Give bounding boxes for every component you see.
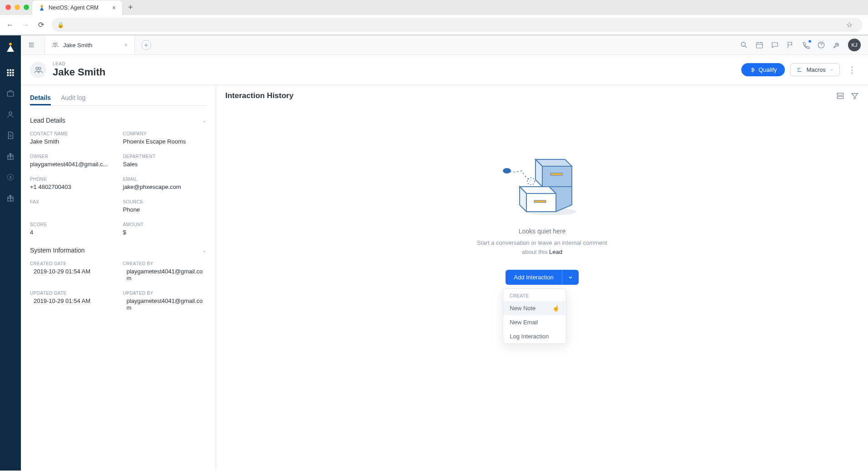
field-fax: FAX xyxy=(30,199,114,213)
add-interaction-button[interactable]: Add Interaction xyxy=(506,270,561,285)
bookmark-star-icon[interactable]: ☆ xyxy=(846,20,853,29)
svg-point-20 xyxy=(53,43,55,45)
nav-apps-icon[interactable] xyxy=(6,68,15,77)
dropdown-item-new-note[interactable]: New Note ☝ xyxy=(503,301,566,315)
svg-text:$: $ xyxy=(10,175,12,179)
svg-rect-33 xyxy=(551,173,562,175)
svg-rect-8 xyxy=(7,74,9,76)
svg-rect-2 xyxy=(7,69,9,71)
lock-icon: 🔒 xyxy=(57,22,64,28)
nav-billing-icon[interactable]: $ xyxy=(6,173,15,182)
wrench-icon[interactable] xyxy=(833,41,841,49)
dropdown-section-header: CREATE xyxy=(503,289,566,301)
field-company: COMPANY Phoenix Escape Rooms xyxy=(123,131,207,145)
calendar-icon[interactable] xyxy=(755,41,764,49)
window-minimize-button[interactable] xyxy=(15,5,20,10)
field-updated-date: UPDATED DATE 2019-10-29 01:54 AM xyxy=(30,291,114,311)
more-actions-button[interactable]: ⋮ xyxy=(845,65,859,75)
browser-tab-close-icon[interactable]: × xyxy=(112,4,116,11)
add-record-tab-button[interactable]: + xyxy=(135,40,158,50)
browser-refresh-button[interactable]: ⟳ xyxy=(36,20,45,29)
section-system-info-title: System Information xyxy=(30,247,85,254)
record-tab[interactable]: Jake Smith × xyxy=(45,35,135,55)
empty-state-illustration xyxy=(497,155,588,218)
plus-circle-icon: + xyxy=(141,40,151,50)
svg-rect-11 xyxy=(7,92,14,96)
app-logo[interactable] xyxy=(0,38,21,56)
browser-tab-title: NextOS: Agent CRM xyxy=(49,5,109,11)
add-interaction-dropdown: CREATE New Note ☝ New Email Log Interact… xyxy=(503,288,566,344)
dropdown-item-log-interaction[interactable]: Log Interaction xyxy=(503,329,566,343)
qualify-button-label: Qualify xyxy=(759,66,777,73)
svg-rect-5 xyxy=(7,72,9,74)
sidebar-collapse-button[interactable] xyxy=(21,35,45,55)
section-lead-details-header[interactable]: Lead Details ⌄ xyxy=(30,112,207,129)
phone-icon[interactable] xyxy=(802,41,810,49)
help-icon[interactable] xyxy=(817,41,825,49)
dropdown-item-new-email[interactable]: New Email xyxy=(503,315,566,329)
field-department: DEPARTMENT Sales xyxy=(123,154,207,168)
svg-rect-9 xyxy=(10,74,11,76)
svg-point-18 xyxy=(30,45,30,45)
flag-icon[interactable] xyxy=(786,41,794,49)
field-source: SOURCE Phone xyxy=(123,199,207,213)
section-system-info-header[interactable]: System Information ⌄ xyxy=(30,242,207,258)
svg-rect-3 xyxy=(10,69,11,71)
add-interaction-dropdown-toggle[interactable] xyxy=(562,270,579,285)
svg-rect-28 xyxy=(837,97,843,99)
macros-button-label: Macros xyxy=(806,66,826,73)
window-maximize-button[interactable] xyxy=(24,5,29,10)
nav-gift2-icon[interactable] xyxy=(6,193,15,203)
tab-audit-log[interactable]: Audit log xyxy=(61,91,85,105)
svg-point-21 xyxy=(55,43,57,45)
view-toggle-icon[interactable] xyxy=(836,92,844,100)
field-updated-by: UPDATED BY playgametest4041@gmail.com xyxy=(123,291,207,311)
browser-new-tab-button[interactable]: + xyxy=(123,3,139,12)
tab-details[interactable]: Details xyxy=(30,91,51,105)
entity-type-icon xyxy=(30,62,46,78)
field-owner: OWNER playgametest4041@gmail.c... xyxy=(30,154,114,168)
svg-marker-31 xyxy=(542,166,572,187)
entity-name: Jake Smith xyxy=(53,66,105,78)
field-email: EMAIL jake@phxescape.com xyxy=(123,177,207,190)
svg-rect-4 xyxy=(12,69,14,71)
interaction-history-title: Interaction History xyxy=(225,91,293,100)
address-bar[interactable]: 🔒 ☆ xyxy=(52,18,863,32)
chevron-down-icon xyxy=(829,68,834,72)
filter-icon[interactable] xyxy=(851,92,859,100)
svg-point-39 xyxy=(503,168,511,174)
svg-point-25 xyxy=(36,67,38,69)
svg-point-17 xyxy=(30,43,30,43)
browser-tab[interactable]: NextOS: Agent CRM × xyxy=(32,0,123,15)
svg-point-40 xyxy=(527,178,535,185)
nav-gift-icon[interactable] xyxy=(6,152,15,161)
nav-contacts-icon[interactable] xyxy=(6,110,15,119)
browser-back-button[interactable]: ← xyxy=(5,21,15,29)
field-phone: PHONE +1 4802700403 xyxy=(30,177,114,190)
nav-rail: $ xyxy=(0,35,21,471)
svg-point-26 xyxy=(39,67,41,69)
nav-document-icon[interactable] xyxy=(6,131,15,140)
window-close-button[interactable] xyxy=(5,5,11,10)
field-contact-name: CONTACT NAME Jake Smith xyxy=(30,131,114,145)
user-avatar[interactable]: KJ xyxy=(848,39,861,51)
svg-point-22 xyxy=(741,42,745,46)
field-created-date: CREATED DATE 2019-10-29 01:54 AM xyxy=(30,261,114,282)
record-tab-close-icon[interactable]: × xyxy=(124,41,128,49)
svg-rect-10 xyxy=(12,74,14,76)
svg-rect-6 xyxy=(10,72,11,74)
search-icon[interactable] xyxy=(740,41,748,49)
entity-type-label: LEAD xyxy=(53,61,105,66)
qualify-button[interactable]: Qualify xyxy=(741,63,785,76)
nav-briefcase-icon[interactable] xyxy=(6,89,15,98)
section-lead-details-title: Lead Details xyxy=(30,117,65,124)
chevron-down-icon: ⌄ xyxy=(202,247,207,253)
chat-icon[interactable] xyxy=(771,41,779,49)
browser-forward-button[interactable]: → xyxy=(21,21,30,29)
svg-rect-7 xyxy=(12,72,14,74)
field-amount: AMOUNT $ xyxy=(123,222,207,236)
macros-button[interactable]: Macros xyxy=(790,63,840,76)
svg-point-19 xyxy=(30,46,30,47)
svg-rect-27 xyxy=(837,93,843,95)
empty-state-title: Looks quiet here xyxy=(519,228,566,235)
